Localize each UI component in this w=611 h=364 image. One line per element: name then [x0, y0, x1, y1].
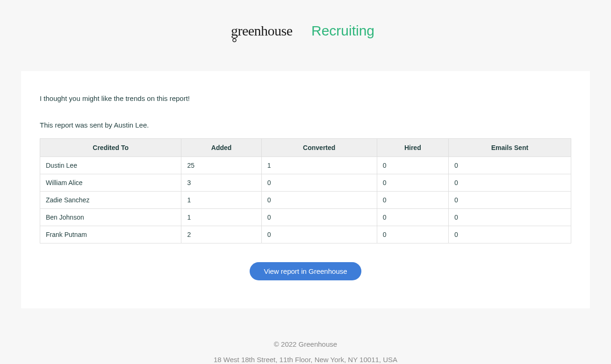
- cell-emails-sent: 0: [448, 157, 571, 174]
- cell-converted: 0: [261, 174, 377, 192]
- table-row: William Alice 3 0 0 0: [40, 174, 571, 192]
- greenhouse-logo: greenhouse Recruiting: [231, 23, 381, 43]
- intro-text: I thought you might like the trends on t…: [40, 94, 571, 102]
- cell-hired: 0: [377, 226, 448, 243]
- cell-emails-sent: 0: [448, 209, 571, 226]
- cell-converted: 0: [261, 192, 377, 209]
- footer: © 2022 Greenhouse 18 West 18th Street, 1…: [0, 336, 611, 364]
- footer-copyright: © 2022 Greenhouse: [0, 336, 611, 352]
- cell-credited-to: Ben Johnson: [40, 209, 181, 226]
- cell-added: 1: [181, 209, 261, 226]
- cell-converted: 0: [261, 226, 377, 243]
- logo-container: greenhouse Recruiting: [0, 23, 611, 43]
- cell-hired: 0: [377, 157, 448, 174]
- cell-credited-to: Frank Putnam: [40, 226, 181, 243]
- header-added: Added: [181, 139, 261, 157]
- table-row: Frank Putnam 2 0 0 0: [40, 226, 571, 243]
- button-container: View report in Greenhouse: [40, 262, 571, 280]
- table-header-row: Credited To Added Converted Hired Emails…: [40, 139, 571, 157]
- cell-converted: 0: [261, 209, 377, 226]
- sent-by-text: This report was sent by Austin Lee.: [40, 121, 571, 129]
- svg-text:Recruiting: Recruiting: [311, 23, 374, 38]
- svg-text:greenhouse: greenhouse: [231, 23, 293, 38]
- cell-added: 1: [181, 192, 261, 209]
- header-converted: Converted: [261, 139, 377, 157]
- view-report-button[interactable]: View report in Greenhouse: [250, 262, 361, 280]
- cell-added: 2: [181, 226, 261, 243]
- cell-hired: 0: [377, 174, 448, 192]
- cell-credited-to: Zadie Sanchez: [40, 192, 181, 209]
- cell-emails-sent: 0: [448, 226, 571, 243]
- header-hired: Hired: [377, 139, 448, 157]
- cell-emails-sent: 0: [448, 192, 571, 209]
- cell-added: 3: [181, 174, 261, 192]
- cell-hired: 0: [377, 192, 448, 209]
- header-credited-to: Credited To: [40, 139, 181, 157]
- cell-credited-to: William Alice: [40, 174, 181, 192]
- report-table: Credited To Added Converted Hired Emails…: [40, 138, 571, 243]
- table-row: Dustin Lee 25 1 0 0: [40, 157, 571, 174]
- report-card: I thought you might like the trends on t…: [21, 71, 590, 308]
- cell-credited-to: Dustin Lee: [40, 157, 181, 174]
- table-row: Zadie Sanchez 1 0 0 0: [40, 192, 571, 209]
- cell-added: 25: [181, 157, 261, 174]
- table-row: Ben Johnson 1 0 0 0: [40, 209, 571, 226]
- cell-emails-sent: 0: [448, 174, 571, 192]
- footer-address: 18 West 18th Street, 11th Floor, New Yor…: [0, 352, 611, 364]
- svg-point-1: [233, 39, 236, 42]
- cell-hired: 0: [377, 209, 448, 226]
- header-emails-sent: Emails Sent: [448, 139, 571, 157]
- cell-converted: 1: [261, 157, 377, 174]
